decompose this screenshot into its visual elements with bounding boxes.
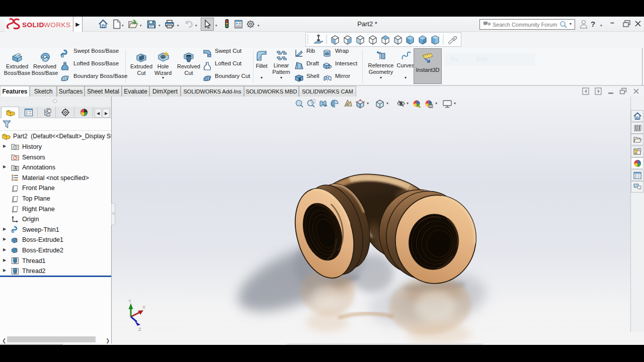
svg-text:X: X (142, 305, 145, 310)
svg-text:Y: Y (128, 299, 131, 304)
svg-text:SOLID: SOLID (22, 21, 44, 29)
svg-text:▾: ▾ (367, 101, 369, 106)
svg-text:▾: ▾ (407, 101, 409, 106)
svg-text:Z: Z (138, 327, 141, 332)
svg-text:▾: ▾ (454, 101, 456, 106)
svg-text:A: A (346, 102, 349, 107)
svg-text:▾: ▾ (435, 101, 437, 106)
svg-text:A: A (14, 166, 17, 170)
svg-text:ab: ab (325, 52, 329, 55)
svg-text:WORKS: WORKS (44, 21, 71, 29)
svg-text:▾: ▾ (386, 101, 388, 106)
